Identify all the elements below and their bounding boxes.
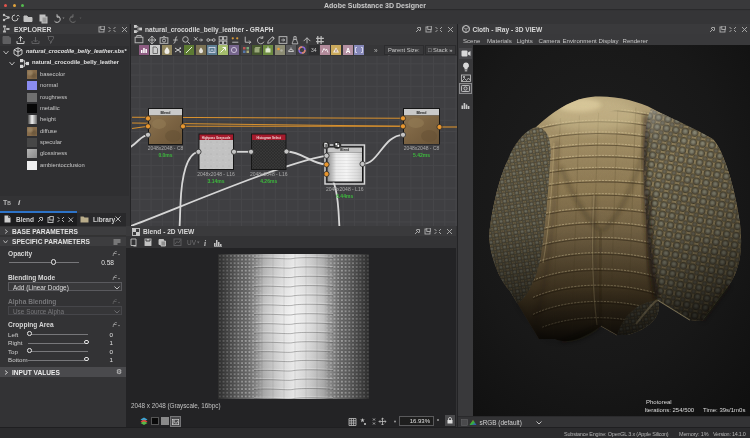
svg-text:34: 34 [311, 47, 317, 53]
svg-text:0.0ms: 0.0ms [158, 152, 172, 158]
svg-text:2048x2048 - L16: 2048x2048 - L16 [197, 171, 235, 177]
svg-text:A: A [335, 48, 338, 53]
svg-text:6.44ms: 6.44ms [336, 193, 353, 199]
svg-text:Photoreal: Photoreal [646, 399, 672, 405]
svg-text:4.26ms: 4.26ms [260, 178, 277, 184]
svg-text:Histogram Select: Histogram Select [256, 136, 281, 140]
svg-text:3.14ms: 3.14ms [208, 178, 225, 184]
svg-text:Iterations: 254/500: Iterations: 254/500 [645, 407, 695, 413]
svg-text:Highpass Grayscale: Highpass Grayscale [202, 136, 231, 140]
svg-text:5.42ms: 5.42ms [413, 152, 430, 158]
svg-text:Blend: Blend [340, 148, 349, 152]
svg-text:2048x2048 - L16: 2048x2048 - L16 [326, 186, 364, 192]
svg-text:UV: UV [187, 239, 197, 246]
svg-text:A: A [345, 47, 350, 54]
svg-text:i: i [204, 239, 207, 248]
svg-text:Blend: Blend [161, 111, 171, 115]
svg-text:Blend: Blend [417, 111, 427, 115]
svg-text:Time: 39s/1m0s: Time: 39s/1m0s [703, 407, 745, 413]
svg-text:2048x2048 - L16: 2048x2048 - L16 [250, 171, 288, 177]
svg-text:2048x2048 - C8: 2048x2048 - C8 [404, 145, 440, 151]
svg-text:2048x2048 - C8: 2048x2048 - C8 [148, 145, 184, 151]
